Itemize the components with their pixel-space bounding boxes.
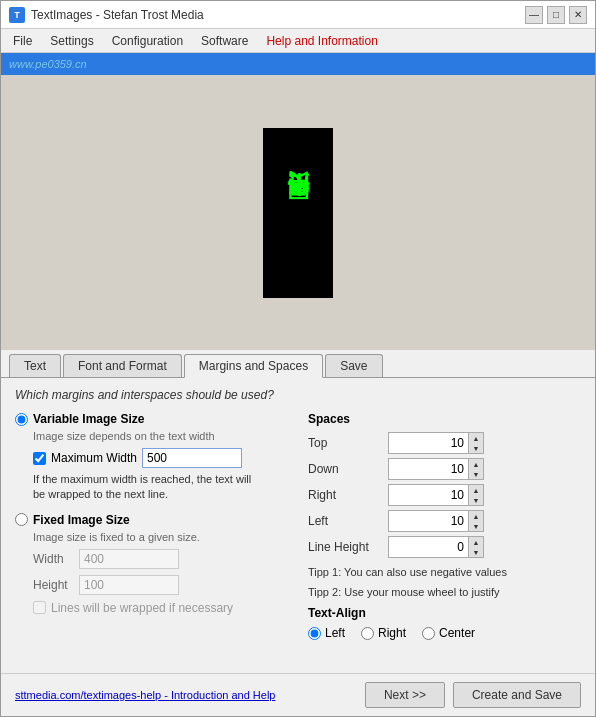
text-align-title: Text-Align	[308, 606, 581, 620]
space-right-label: Right	[308, 488, 388, 502]
align-row: Left Right Center	[308, 626, 581, 640]
space-right-spinner: ▲ ▼	[388, 484, 484, 506]
lines-wrap-checkbox[interactable]	[33, 601, 46, 614]
create-save-button[interactable]: Create and Save	[453, 682, 581, 708]
tab-font-format[interactable]: Font and Format	[63, 354, 182, 377]
space-left-spin-btns: ▲ ▼	[468, 510, 484, 532]
tabs-bar: Text Font and Format Margins and Spaces …	[1, 350, 595, 378]
content-question: Which margins and interspaces should be …	[15, 388, 581, 402]
spaces-title: Spaces	[308, 412, 581, 426]
space-top-spin-btns: ▲ ▼	[468, 432, 484, 454]
space-left-row: Left ▲ ▼	[308, 510, 581, 532]
bottom-bar: sttmedia.com/textimages-help - Introduct…	[1, 673, 595, 716]
left-column: Variable Image Size Image size depends o…	[15, 412, 288, 640]
space-down-input[interactable]	[388, 458, 468, 480]
lines-wrap-label: Lines will be wrapped if necessary	[51, 601, 233, 615]
space-left-input[interactable]	[388, 510, 468, 532]
height-row: Height	[33, 575, 288, 595]
menu-bar: File Settings Configuration Software Hel…	[1, 29, 595, 53]
align-center-radio[interactable]	[422, 627, 435, 640]
align-right-option[interactable]: Right	[361, 626, 406, 640]
variable-size-radio[interactable]	[15, 413, 28, 426]
space-top-up[interactable]: ▲	[469, 433, 483, 443]
right-column: Spaces Top ▲ ▼ Down	[308, 412, 581, 640]
align-center-label: Center	[439, 626, 475, 640]
space-lineheight-row: Line Height ▲ ▼	[308, 536, 581, 558]
space-top-down[interactable]: ▼	[469, 443, 483, 453]
max-width-input[interactable]	[142, 448, 242, 468]
fixed-size-group: Fixed Image Size Image size is fixed to …	[15, 513, 288, 615]
lines-wrap-row: Lines will be wrapped if necessary	[33, 601, 288, 615]
minimize-button[interactable]: —	[525, 6, 543, 24]
space-top-spinner: ▲ ▼	[388, 432, 484, 454]
help-link[interactable]: sttmedia.com/textimages-help - Introduct…	[15, 689, 275, 701]
align-left-option[interactable]: Left	[308, 626, 345, 640]
preview-area: 国中洛平民	[1, 75, 595, 350]
space-top-row: Top ▲ ▼	[308, 432, 581, 454]
title-controls: — □ ✕	[525, 6, 587, 24]
content-columns: Variable Image Size Image size depends o…	[15, 412, 581, 640]
tab-save[interactable]: Save	[325, 354, 382, 377]
space-down-spinner: ▲ ▼	[388, 458, 484, 480]
next-button[interactable]: Next >>	[365, 682, 445, 708]
space-top-label: Top	[308, 436, 388, 450]
tab-margins-spaces[interactable]: Margins and Spaces	[184, 354, 323, 378]
space-right-up[interactable]: ▲	[469, 485, 483, 495]
maximize-button[interactable]: □	[547, 6, 565, 24]
fixed-size-label: Fixed Image Size	[33, 513, 130, 527]
menu-software[interactable]: Software	[193, 32, 256, 50]
app-icon: T	[9, 7, 25, 23]
align-right-label: Right	[378, 626, 406, 640]
variable-size-label: Variable Image Size	[33, 412, 144, 426]
max-width-row: Maximum Width	[33, 448, 288, 468]
variable-size-radio-label[interactable]: Variable Image Size	[15, 412, 288, 426]
space-left-spinner: ▲ ▼	[388, 510, 484, 532]
space-top-input[interactable]	[388, 432, 468, 454]
watermark-text: www.pe0359.cn	[9, 58, 87, 70]
align-left-label: Left	[325, 626, 345, 640]
space-right-input[interactable]	[388, 484, 468, 506]
app-window: T TextImages - Stefan Trost Media — □ ✕ …	[0, 0, 596, 717]
space-down-down[interactable]: ▼	[469, 469, 483, 479]
space-left-up[interactable]: ▲	[469, 511, 483, 521]
wrap-text: If the maximum width is reached, the tex…	[33, 472, 288, 503]
align-left-radio[interactable]	[308, 627, 321, 640]
tipp1: Tipp 1: You can also use negative values	[308, 566, 581, 578]
space-lineheight-label: Line Height	[308, 540, 388, 554]
space-down-spin-btns: ▲ ▼	[468, 458, 484, 480]
title-bar-left: T TextImages - Stefan Trost Media	[9, 7, 204, 23]
space-lineheight-input[interactable]	[388, 536, 468, 558]
preview-image: 国中洛平民	[263, 128, 333, 298]
window-title: TextImages - Stefan Trost Media	[31, 8, 204, 22]
space-lineheight-down[interactable]: ▼	[469, 547, 483, 557]
space-right-row: Right ▲ ▼	[308, 484, 581, 506]
space-right-down[interactable]: ▼	[469, 495, 483, 505]
variable-size-sub: Image size depends on the text width	[33, 430, 288, 442]
watermark-bar: www.pe0359.cn	[1, 53, 595, 75]
space-left-label: Left	[308, 514, 388, 528]
space-left-down[interactable]: ▼	[469, 521, 483, 531]
max-width-label: Maximum Width	[51, 451, 137, 465]
space-lineheight-up[interactable]: ▲	[469, 537, 483, 547]
menu-configuration[interactable]: Configuration	[104, 32, 191, 50]
tab-text[interactable]: Text	[9, 354, 61, 377]
width-input[interactable]	[79, 549, 179, 569]
height-input[interactable]	[79, 575, 179, 595]
tipp2: Tipp 2: Use your mouse wheel to justify	[308, 586, 581, 598]
preview-text: 国中洛平民	[287, 208, 309, 218]
fixed-size-sub: Image size is fixed to a given size.	[33, 531, 288, 543]
menu-settings[interactable]: Settings	[42, 32, 101, 50]
menu-help[interactable]: Help and Information	[258, 32, 385, 50]
align-center-option[interactable]: Center	[422, 626, 475, 640]
space-down-row: Down ▲ ▼	[308, 458, 581, 480]
fixed-size-radio[interactable]	[15, 513, 28, 526]
close-button[interactable]: ✕	[569, 6, 587, 24]
space-lineheight-spin-btns: ▲ ▼	[468, 536, 484, 558]
align-right-radio[interactable]	[361, 627, 374, 640]
max-width-checkbox[interactable]	[33, 452, 46, 465]
fixed-size-radio-label[interactable]: Fixed Image Size	[15, 513, 288, 527]
space-down-up[interactable]: ▲	[469, 459, 483, 469]
menu-file[interactable]: File	[5, 32, 40, 50]
space-lineheight-spinner: ▲ ▼	[388, 536, 484, 558]
height-label: Height	[33, 578, 73, 592]
